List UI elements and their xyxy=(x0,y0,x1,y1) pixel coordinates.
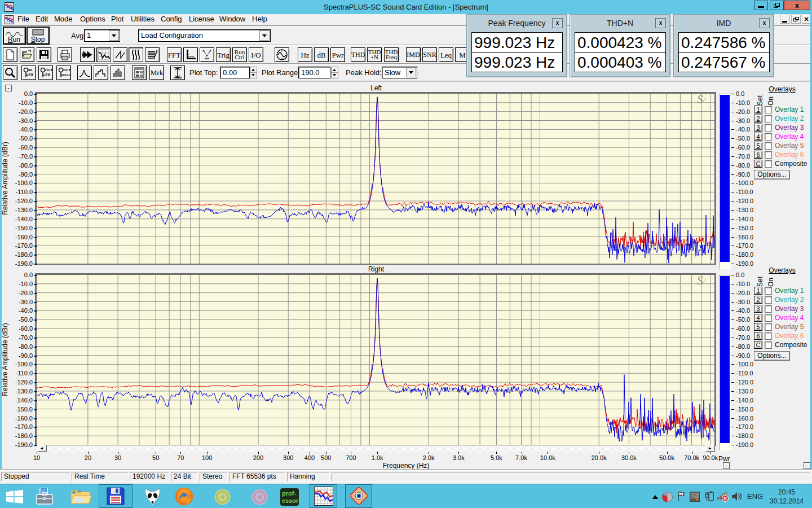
svg-text:essor: essor xyxy=(282,497,299,504)
svg-text:OUT: OUT xyxy=(63,68,70,72)
svg-text:Stop: Stop xyxy=(31,36,45,43)
svg-text:prof-: prof- xyxy=(282,490,296,497)
svg-text:2X: 2X xyxy=(45,72,50,77)
svg-text:2X: 2X xyxy=(28,72,33,77)
svg-text:IN: IN xyxy=(28,68,32,72)
svg-text:Run: Run xyxy=(8,36,20,43)
svg-text:S∕: S∕ xyxy=(697,94,707,106)
svg-text:FULL: FULL xyxy=(63,73,70,77)
svg-text:OUT: OUT xyxy=(45,68,52,72)
svg-text:S∕: S∕ xyxy=(697,275,707,287)
